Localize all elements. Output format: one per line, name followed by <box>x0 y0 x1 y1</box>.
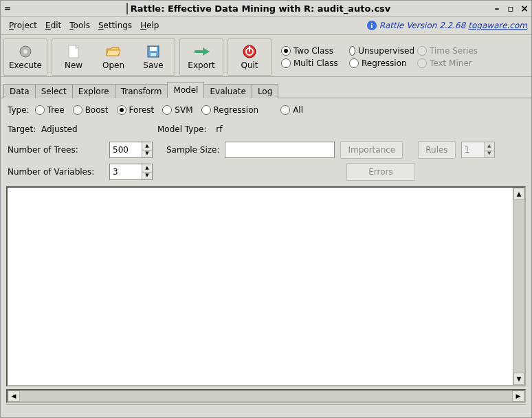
tab-data[interactable]: Data <box>3 84 36 98</box>
radio-text-miner: Text Miner <box>417 58 483 68</box>
rules-down: ▼ <box>485 151 494 158</box>
menu-help[interactable]: Help <box>136 19 163 32</box>
vertical-scrollbar[interactable]: ▲ ▼ <box>513 188 524 385</box>
radio-type-boost[interactable]: Boost <box>73 105 109 115</box>
save-button[interactable]: Save <box>133 42 173 72</box>
num-trees-label: Number of Trees: <box>8 145 104 155</box>
num-trees-up[interactable]: ▲ <box>142 142 152 151</box>
version-link[interactable]: togaware.com <box>468 21 527 30</box>
menu-edit[interactable]: Edit <box>41 19 65 32</box>
importance-button: Importance <box>340 141 403 159</box>
tab-explore[interactable]: Explore <box>72 84 115 98</box>
radio-time-series: Time Series <box>417 46 483 56</box>
num-vars-field[interactable] <box>110 164 142 179</box>
num-vars-down[interactable]: ▼ <box>142 173 152 180</box>
tab-evaluate[interactable]: Evaluate <box>203 84 252 98</box>
menu-settings[interactable]: Settings <box>94 19 136 32</box>
new-file-icon <box>65 44 82 59</box>
power-icon <box>241 44 258 59</box>
radio-type-regression[interactable]: Regression <box>201 105 259 115</box>
window-iconify-left-icon[interactable]: = <box>3 4 12 12</box>
hscroll-track[interactable] <box>20 390 512 402</box>
radio-type-svm[interactable]: SVM <box>162 105 192 115</box>
export-arrow-icon <box>193 44 210 59</box>
tab-model[interactable]: Model <box>167 82 204 98</box>
svg-marker-7 <box>203 47 210 56</box>
tab-log[interactable]: Log <box>252 84 278 98</box>
execute-button[interactable]: Execute <box>5 42 45 72</box>
open-folder-icon <box>105 44 122 59</box>
target-value: Adjusted <box>41 124 78 134</box>
target-label: Target: <box>8 124 36 134</box>
tab-select[interactable]: Select <box>35 84 73 98</box>
open-button[interactable]: Open <box>93 42 133 72</box>
type-label: Type: <box>8 105 30 115</box>
svg-rect-5 <box>150 47 157 51</box>
menu-bar: Project Edit Tools Settings Help i Rattl… <box>1 16 531 35</box>
toolbar: Execute New Open Save <box>1 35 531 77</box>
menu-project[interactable]: Project <box>5 19 41 32</box>
scroll-down-icon[interactable]: ▼ <box>513 373 524 385</box>
scroll-right-icon[interactable]: ▶ <box>512 390 524 402</box>
export-button[interactable]: Export <box>181 42 221 72</box>
num-trees-down[interactable]: ▼ <box>142 151 152 158</box>
num-vars-input[interactable]: ▲▼ <box>109 164 153 180</box>
close-button[interactable]: × <box>520 4 529 12</box>
menu-tools[interactable]: Tools <box>65 19 94 32</box>
sample-size-label: Sample Size: <box>166 145 219 155</box>
errors-button: Errors <box>346 163 415 181</box>
tab-bar: Data Select Explore Transform Model Eval… <box>1 77 531 98</box>
radio-regression[interactable]: Regression <box>349 58 414 68</box>
new-button[interactable]: New <box>54 42 93 72</box>
rules-value-field <box>462 142 484 157</box>
output-text[interactable] <box>8 188 513 385</box>
minimize-button[interactable]: – <box>493 4 501 12</box>
sample-size-input[interactable] <box>225 142 335 158</box>
svg-rect-10 <box>249 46 250 52</box>
status-bar <box>6 404 526 415</box>
model-panel: Type: Tree Boost Forest SVM Regression A… <box>1 98 531 185</box>
radio-multi-class[interactable]: Multi Class <box>281 58 346 68</box>
rules-value-input: ▲▼ <box>461 142 495 158</box>
sample-size-field[interactable] <box>225 142 340 157</box>
save-floppy-icon <box>145 44 162 59</box>
horizontal-scrollbar[interactable]: ◀ ▶ <box>6 389 526 403</box>
num-vars-up[interactable]: ▲ <box>142 164 152 173</box>
scroll-left-icon[interactable]: ◀ <box>8 390 20 402</box>
model-type-value: rf <box>216 124 222 134</box>
gear-run-icon <box>17 44 34 59</box>
radio-unsupervised[interactable]: Unsupervised <box>349 46 414 56</box>
app-window-icon <box>126 3 128 14</box>
num-trees-input[interactable]: ▲▼ <box>109 142 153 158</box>
output-area: ▲ ▼ <box>6 186 526 386</box>
svg-rect-6 <box>151 53 156 56</box>
num-trees-field[interactable] <box>110 142 142 157</box>
window-title: Rattle: Effective Data Mining with R: au… <box>24 3 493 14</box>
rules-button: Rules <box>418 141 455 159</box>
radio-two-class[interactable]: Two Class <box>281 46 346 56</box>
scroll-track[interactable] <box>513 200 524 373</box>
radio-type-all[interactable]: All <box>280 105 303 115</box>
svg-point-1 <box>23 50 27 54</box>
radio-type-forest[interactable]: Forest <box>117 105 155 115</box>
scroll-up-icon[interactable]: ▲ <box>513 188 524 200</box>
version-text: Rattle Version 2.2.68 <box>379 21 465 30</box>
model-type-label: Model Type: <box>157 124 206 134</box>
tab-transform[interactable]: Transform <box>115 84 168 98</box>
num-vars-label: Number of Variables: <box>8 167 104 177</box>
info-icon: i <box>367 21 377 30</box>
rules-up: ▲ <box>485 142 494 151</box>
maximize-button[interactable]: ▫ <box>507 4 515 12</box>
radio-type-tree[interactable]: Tree <box>35 105 65 115</box>
quit-button[interactable]: Quit <box>230 42 269 72</box>
